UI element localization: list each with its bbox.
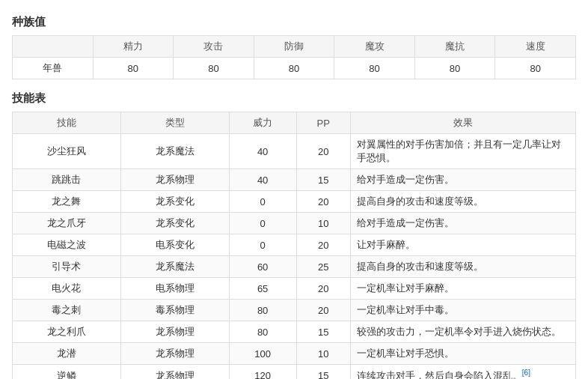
skills-cell: 一定机率让对手中毒。 [350,300,575,321]
skills-cell: 电系物理 [120,278,229,300]
skills-cell: 跳跳击 [13,169,121,191]
species-table: 精力攻击防御魔攻魔抗速度 年兽808080808080 [12,35,576,79]
skills-cell: 对翼属性的对手伤害加倍；并且有一定几率让对手恐惧。 [350,134,575,169]
skills-cell: 龙系物理 [120,343,229,365]
skills-cell: 电系变化 [120,234,229,256]
skills-cell: 120 [229,365,296,380]
skills-row: 电磁之波电系变化020让对手麻醉。 [13,234,576,256]
skills-cell: 较强的攻击力，一定机率令对手进入烧伤状态。 [350,321,575,343]
skills-row: 龙潜龙系物理10010一定机率让对手恐惧。 [13,343,576,365]
skills-cell: 逆鳞 [13,365,121,380]
skills-row: 逆鳞龙系物理12015连续攻击对手，然后自身会陷入混乱。[6] [13,365,576,380]
species-header: 精力 [93,36,174,58]
skills-row: 龙之舞龙系变化020提高自身的攻击和速度等级。 [13,191,576,213]
skills-cell: 40 [229,134,296,169]
skills-cell: 10 [296,213,350,234]
skills-cell: 毒系物理 [120,300,229,321]
species-cell: 80 [254,58,334,79]
skills-cell: 40 [229,169,296,191]
species-header: 魔攻 [334,36,415,58]
skills-cell: 0 [229,191,296,213]
skills-cell: 龙系物理 [120,365,229,380]
skills-cell: 连续攻击对手，然后自身会陷入混乱。[6] [350,365,575,380]
species-row: 年兽808080808080 [13,58,576,79]
skills-cell: 提高自身的攻击和速度等级。 [350,191,575,213]
skills-row: 沙尘狂风龙系魔法4020对翼属性的对手伤害加倍；并且有一定几率让对手恐惧。 [13,134,576,169]
skills-cell: 0 [229,234,296,256]
species-title: 种族值 [12,15,576,29]
skills-header: 技能 [13,112,121,134]
skills-cell: 15 [296,321,350,343]
skills-cell: 0 [229,213,296,234]
skills-cell: 让对手麻醉。 [350,234,575,256]
skills-row: 龙之爪牙龙系变化010给对手造成一定伤害。 [13,213,576,234]
skills-cell: 20 [296,234,350,256]
skills-cell: 提高自身的攻击和速度等级。 [350,256,575,278]
skills-cell: 龙系魔法 [120,256,229,278]
skills-cell: 龙系魔法 [120,134,229,169]
skills-row: 引导术龙系魔法6025提高自身的攻击和速度等级。 [13,256,576,278]
skills-cell: 15 [296,169,350,191]
skills-cell: 龙潜 [13,343,121,365]
species-cell: 80 [93,58,174,79]
skills-header: PP [296,112,350,134]
skills-cell: 电火花 [13,278,121,300]
species-cell: 80 [414,58,495,79]
skills-header: 类型 [120,112,229,134]
skills-cell: 龙系变化 [120,191,229,213]
skills-cell: 电磁之波 [13,234,121,256]
skills-table: 技能类型威力PP效果 沙尘狂风龙系魔法4020对翼属性的对手伤害加倍；并且有一定… [12,112,576,379]
skills-cell: 给对手造成一定伤害。 [350,169,575,191]
skills-header: 威力 [229,112,296,134]
species-header: 速度 [495,36,576,58]
skills-cell: 20 [296,191,350,213]
skills-cell: 20 [296,300,350,321]
species-cell: 80 [174,58,254,79]
species-cell: 80 [334,58,415,79]
species-header: 防御 [254,36,334,58]
skills-cell: 沙尘狂风 [13,134,121,169]
species-cell: 年兽 [13,58,94,79]
skills-cell: 引导术 [13,256,121,278]
skills-cell: 15 [296,365,350,380]
species-header [13,36,94,58]
skills-cell: 20 [296,278,350,300]
skills-cell: 龙系物理 [120,169,229,191]
skills-cell: 龙系物理 [120,321,229,343]
skills-cell: 龙之爪牙 [13,213,121,234]
skills-cell: 60 [229,256,296,278]
skills-cell: 100 [229,343,296,365]
skills-row: 毒之刺毒系物理8020一定机率让对手中毒。 [13,300,576,321]
skills-row: 电火花电系物理6520一定机率让对手麻醉。 [13,278,576,300]
skills-cell: 毒之刺 [13,300,121,321]
skills-title: 技能表 [12,91,576,106]
species-cell: 80 [495,58,576,79]
skills-row: 龙之利爪龙系物理8015较强的攻击力，一定机率令对手进入烧伤状态。 [13,321,576,343]
skills-cell: 80 [229,321,296,343]
skills-cell: 65 [229,278,296,300]
skills-cell: 龙之利爪 [13,321,121,343]
species-header: 攻击 [174,36,254,58]
skills-header: 效果 [350,112,575,134]
skills-cell: 一定机率让对手麻醉。 [350,278,575,300]
skills-row: 跳跳击龙系物理4015给对手造成一定伤害。 [13,169,576,191]
skills-cell: 10 [296,343,350,365]
skills-cell: 80 [229,300,296,321]
skills-cell: 20 [296,134,350,169]
species-header: 魔抗 [414,36,495,58]
skills-cell: 龙之舞 [13,191,121,213]
skills-cell: 25 [296,256,350,278]
skills-cell: 一定机率让对手恐惧。 [350,343,575,365]
skills-cell: 龙系变化 [120,213,229,234]
skills-cell: 给对手造成一定伤害。 [350,213,575,234]
